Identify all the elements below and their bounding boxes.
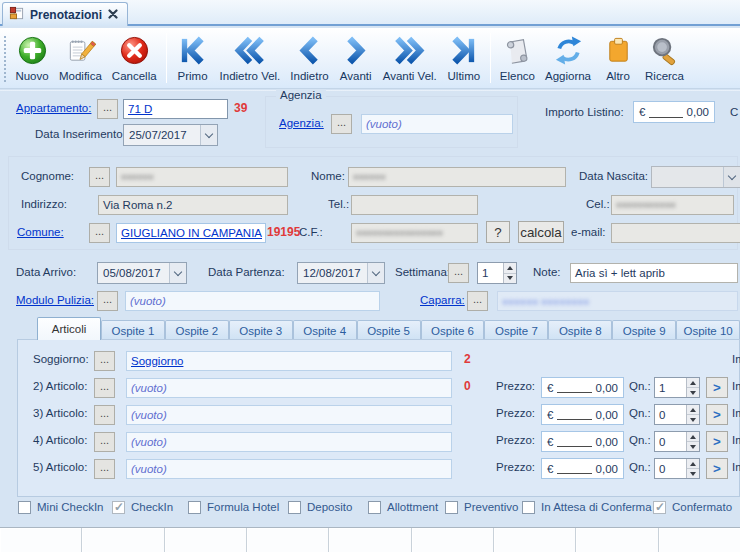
articolo-4-transfer-button[interactable]: >: [706, 431, 728, 452]
tab-ospite-8[interactable]: Ospite 8: [548, 320, 612, 340]
articolo-5-field[interactable]: (vuoto): [126, 459, 452, 479]
articolo-2-browse-button[interactable]: ...: [94, 378, 115, 398]
ricerca-button[interactable]: Ricerca: [640, 32, 689, 84]
agenzia-browse-button[interactable]: ...: [331, 114, 352, 134]
tab-articoli[interactable]: Articoli: [37, 317, 101, 340]
agenzia-link-label[interactable]: Agenzia:: [279, 117, 324, 129]
articolo-3-qty-spinner[interactable]: 0: [654, 404, 700, 425]
tab-ospite-10[interactable]: Ospite 10: [676, 320, 740, 340]
cf-field[interactable]: ●●●●●●●●●●●●●●●●: [351, 223, 478, 243]
modulo-pulizia-browse-button[interactable]: ...: [97, 291, 118, 311]
data-nascita-dropdown[interactable]: [651, 166, 740, 188]
modulo-pulizia-field[interactable]: (vuoto): [125, 291, 380, 311]
elenco-button[interactable]: Elenco: [495, 32, 540, 84]
articolo-3-field[interactable]: (vuoto): [126, 405, 452, 425]
importo-listino-field[interactable]: € 0,00: [633, 101, 715, 123]
avanti-vel-button[interactable]: Avanti Vel.: [378, 32, 442, 84]
caparra-field[interactable]: ●●●●●● ●●●●●●●●: [497, 291, 738, 311]
spinner-down-icon[interactable]: [504, 273, 516, 284]
chevron-down-icon[interactable]: [169, 263, 186, 283]
indietro-vel-button[interactable]: Indietro Vel.: [215, 32, 286, 84]
mini-checkin-checkbox[interactable]: [18, 501, 31, 514]
cf-help-button[interactable]: ?: [486, 221, 510, 243]
spinner-down-icon[interactable]: [687, 414, 699, 424]
note-field[interactable]: Aria sì + lett aprib: [570, 263, 738, 283]
appartamento-browse-button[interactable]: ...: [97, 99, 118, 119]
indirizzo-field[interactable]: Via Roma n.2: [98, 195, 288, 215]
tab-ospite-3[interactable]: Ospite 3: [229, 320, 293, 340]
cancella-button[interactable]: Cancella: [107, 32, 162, 84]
articolo-4-qty-spinner[interactable]: 0: [654, 431, 700, 452]
avanti-button[interactable]: Avanti: [334, 32, 378, 84]
indietro-button[interactable]: Indietro: [285, 32, 333, 84]
tab-ospite-4[interactable]: Ospite 4: [293, 320, 357, 340]
cognome-field[interactable]: ●●●●●●: [116, 167, 288, 187]
appartamento-field[interactable]: 71 D: [123, 99, 228, 119]
articolo-5-browse-button[interactable]: ...: [94, 459, 115, 479]
tab-ospite-9[interactable]: Ospite 9: [612, 320, 676, 340]
spinner-down-icon[interactable]: [687, 468, 699, 478]
tab-ospite-5[interactable]: Ospite 5: [357, 320, 421, 340]
comune-field[interactable]: GIUGLIANO IN CAMPANIA: [116, 223, 266, 243]
ultimo-button[interactable]: Ultimo: [442, 32, 486, 84]
articolo-2-field[interactable]: (vuoto): [126, 378, 452, 398]
email-field[interactable]: [611, 223, 740, 243]
soggiorno-field[interactable]: Soggiorno: [126, 351, 452, 371]
in-attesa-di-conferma-checkbox[interactable]: [522, 501, 535, 514]
tab-prenotazioni[interactable]: Prenotazioni: [2, 2, 128, 26]
spinner-up-icon[interactable]: [687, 459, 699, 468]
articolo-5-qty-spinner[interactable]: 0: [654, 458, 700, 479]
spinner-down-icon[interactable]: [687, 441, 699, 451]
settimana-spinner[interactable]: 1: [477, 262, 517, 284]
spinner-up-icon[interactable]: [687, 405, 699, 414]
close-icon[interactable]: [108, 9, 118, 21]
soggiorno-browse-button[interactable]: ...: [94, 351, 115, 371]
articolo-3-prezzo-field[interactable]: €0,00: [541, 404, 624, 425]
caparra-browse-button[interactable]: ...: [467, 291, 488, 311]
data-partenza-dropdown[interactable]: 12/08/2017: [297, 262, 385, 284]
calcola-button[interactable]: calcola: [518, 221, 564, 243]
aggiorna-button[interactable]: Aggiorna: [540, 32, 596, 84]
tel-field[interactable]: [351, 195, 478, 215]
appartamento-link-label[interactable]: Appartamento:: [16, 102, 91, 114]
articolo-4-prezzo-field[interactable]: €0,00: [541, 431, 624, 452]
chevron-down-icon[interactable]: [200, 125, 217, 145]
nuovo-button[interactable]: Nuovo: [10, 32, 54, 84]
articolo-2-prezzo-field[interactable]: €0,00: [541, 377, 624, 398]
chevron-down-icon[interactable]: [723, 167, 740, 187]
preventivo-checkbox[interactable]: [445, 501, 458, 514]
spinner-down-icon[interactable]: [687, 387, 699, 397]
checkin-checkbox[interactable]: [112, 501, 125, 514]
articolo-4-browse-button[interactable]: ...: [94, 432, 115, 452]
allottment-checkbox[interactable]: [368, 501, 381, 514]
deposito-checkbox[interactable]: [288, 501, 301, 514]
confermato-checkbox[interactable]: [653, 501, 666, 514]
cel-field[interactable]: ●●●●●●●●●●●: [611, 195, 734, 215]
settimana-browse-button[interactable]: ...: [448, 263, 469, 283]
data-inserimento-dropdown[interactable]: 25/07/2017: [123, 124, 218, 146]
spinner-up-icon[interactable]: [504, 263, 516, 273]
articolo-3-transfer-button[interactable]: >: [706, 404, 728, 425]
formula-hotel-checkbox[interactable]: [188, 501, 201, 514]
toolbar-grip[interactable]: [4, 36, 6, 82]
data-arrivo-dropdown[interactable]: 05/08/2017: [97, 262, 187, 284]
primo-button[interactable]: Primo: [171, 32, 215, 84]
nome-field[interactable]: ●●●●●●: [348, 167, 566, 187]
articolo-4-field[interactable]: (vuoto): [126, 432, 452, 452]
cognome-browse-button[interactable]: ...: [89, 167, 110, 187]
articolo-5-prezzo-field[interactable]: €0,00: [541, 458, 624, 479]
articolo-5-transfer-button[interactable]: >: [706, 458, 728, 479]
tab-ospite-6[interactable]: Ospite 6: [421, 320, 485, 340]
caparra-link-label[interactable]: Caparra:: [420, 294, 465, 306]
altro-button[interactable]: Altro: [596, 32, 640, 84]
comune-link-label[interactable]: Comune:: [17, 226, 64, 238]
articolo-2-transfer-button[interactable]: >: [706, 377, 728, 398]
articolo-2-qty-spinner[interactable]: 1: [654, 377, 700, 398]
tab-ospite-1[interactable]: Ospite 1: [101, 320, 165, 340]
tab-ospite-2[interactable]: Ospite 2: [165, 320, 229, 340]
comune-browse-button[interactable]: ...: [89, 223, 110, 243]
modulo-pulizia-link-label[interactable]: Modulo Pulizia:: [16, 294, 94, 306]
chevron-down-icon[interactable]: [367, 263, 384, 283]
tab-ospite-7[interactable]: Ospite 7: [484, 320, 548, 340]
spinner-up-icon[interactable]: [687, 432, 699, 441]
